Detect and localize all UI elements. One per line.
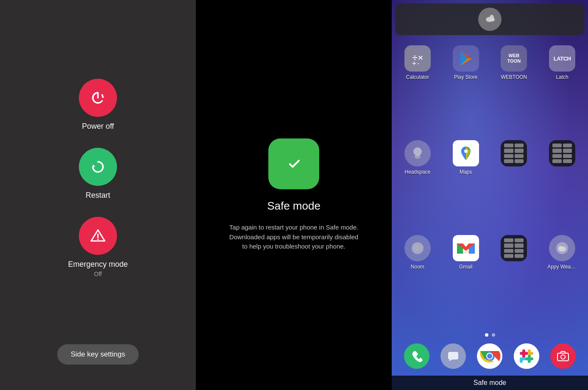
dock-camera[interactable] [550, 343, 576, 369]
app-item-latch[interactable]: LATCH Latch [540, 45, 585, 137]
restart-icon [89, 158, 107, 176]
dock [392, 340, 588, 376]
svg-point-7 [489, 17, 495, 22]
svg-text:+-: +- [412, 59, 420, 66]
calculator-icon: ÷× +- [404, 45, 431, 72]
slack-dock-icon [514, 343, 539, 369]
messages-dock-icon [440, 343, 466, 369]
dock-slack[interactable] [514, 343, 539, 369]
noom-label: Noom [411, 264, 424, 270]
app-item-grid1[interactable] [492, 140, 537, 232]
app-item-headspace[interactable]: Headspace [395, 140, 440, 232]
gmail-icon [453, 235, 479, 261]
app-item-webtoon[interactable]: WEBTOON WEBTOON [492, 45, 537, 137]
appy-weather-icon-svg [555, 241, 570, 256]
power-buttons-group: Power off Restart Emergency mode [68, 79, 128, 277]
svg-point-16 [415, 155, 421, 159]
emergency-label: Emergency mode [68, 260, 128, 269]
webtoon-icon: WEBTOON [501, 45, 527, 72]
svg-rect-33 [520, 352, 528, 355]
alert-icon [89, 227, 107, 245]
svg-point-17 [464, 149, 468, 153]
power-off-item: Power off [79, 79, 117, 131]
svg-point-4 [97, 238, 99, 240]
emergency-item: Emergency mode Off [68, 217, 128, 277]
play-store-icon-svg [453, 45, 479, 72]
power-off-label: Power off [82, 122, 114, 131]
page-dot-2 [492, 333, 495, 337]
app-item-grid3[interactable] [492, 235, 537, 326]
maps-icon-svg [457, 145, 474, 162]
webtoon-label: WEBTOON [501, 74, 527, 80]
safe-mode-title: Safe mode [267, 199, 320, 213]
app-item-calculator[interactable]: ÷× +- Calculator [395, 45, 440, 137]
grid-app-3-icon [501, 235, 527, 261]
calculator-icon-svg: ÷× +- [410, 51, 425, 66]
home-screen-panel: ÷× +- Calculator Play Store [392, 0, 588, 390]
headspace-label: Headspace [405, 169, 431, 175]
svg-point-41 [561, 355, 565, 359]
dock-chrome[interactable] [477, 343, 502, 369]
headspace-icon [404, 140, 431, 166]
svg-point-19 [414, 245, 421, 252]
svg-point-25 [559, 246, 562, 249]
page-dots [392, 330, 588, 340]
camera-icon [556, 349, 570, 363]
safe-mode-icon-wrap [268, 138, 319, 189]
dock-messages[interactable] [440, 343, 466, 369]
chrome-icon [477, 343, 502, 369]
gmail-icon-svg [453, 235, 479, 261]
restart-label: Restart [86, 191, 110, 200]
webtoon-text: WEBTOON [507, 53, 521, 64]
svg-rect-40 [557, 353, 568, 361]
restart-item: Restart [79, 148, 117, 200]
svg-marker-2 [93, 164, 95, 167]
latch-text: LATCH [554, 55, 571, 62]
power-icon [89, 89, 107, 107]
home-content: ÷× +- Calculator Play Store [392, 0, 588, 390]
play-store-label: Play Store [454, 74, 477, 80]
gmail-label: Gmail [459, 264, 472, 270]
weather-widget-icon [478, 8, 502, 31]
power-off-button[interactable] [79, 79, 117, 117]
app-item-appy-weather[interactable]: Appy Weather [540, 235, 585, 326]
safe-mode-badge: Safe mode [392, 376, 588, 390]
headspace-icon-svg [408, 144, 427, 163]
restart-button[interactable] [79, 148, 117, 186]
app-grid: ÷× +- Calculator Play Store [392, 39, 588, 330]
appy-weather-icon [549, 235, 575, 261]
power-menu-panel: Power off Restart Emergency mode [0, 0, 196, 390]
svg-rect-37 [520, 357, 525, 360]
chrome-dock-icon [477, 343, 502, 369]
svg-rect-35 [525, 357, 533, 360]
calculator-label: Calculator [406, 74, 429, 80]
grid-app-1-icon [501, 140, 527, 166]
side-key-settings-button[interactable]: Side key settings [57, 344, 139, 365]
svg-point-30 [487, 354, 492, 359]
app-item-grid2[interactable] [540, 140, 585, 232]
dock-phone[interactable] [404, 343, 429, 369]
latch-label: Latch [556, 74, 568, 80]
svg-rect-39 [528, 352, 533, 355]
camera-dock-icon [550, 343, 576, 369]
noom-icon-svg [410, 241, 425, 256]
weather-widget[interactable] [395, 3, 585, 35]
appy-weather-label: Appy Weather [547, 264, 577, 270]
phone-dock-icon [404, 343, 429, 369]
slack-icon [514, 343, 539, 369]
latch-icon: LATCH [549, 45, 575, 72]
messages-icon [446, 349, 460, 363]
play-store-icon [453, 45, 479, 72]
app-item-maps[interactable]: Maps [443, 140, 488, 232]
safe-mode-panel: Safe mode Tap again to restart your phon… [196, 0, 392, 390]
app-item-noom[interactable]: Noom [395, 235, 440, 326]
app-item-gmail[interactable]: Gmail [443, 235, 488, 326]
app-item-play-store[interactable]: Play Store [443, 45, 488, 137]
noom-icon [404, 235, 431, 261]
emergency-sublabel: Off [94, 271, 102, 277]
emergency-button[interactable] [79, 217, 117, 255]
grid-app-2-icon [549, 140, 575, 166]
maps-icon [453, 140, 479, 166]
safe-mode-description: Tap again to restart your phone in Safe … [226, 223, 362, 252]
phone-icon [410, 349, 424, 363]
